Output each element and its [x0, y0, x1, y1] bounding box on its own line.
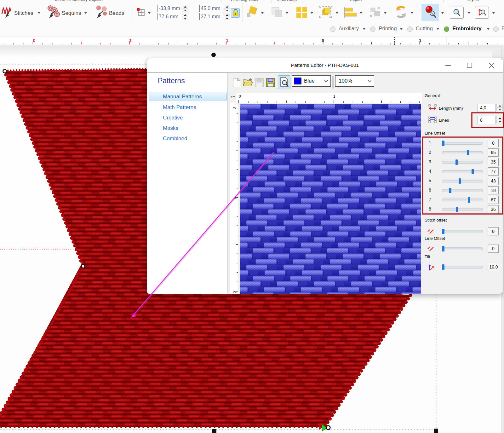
svg-text:1: 1 [233, 198, 237, 200]
svg-text:0: 0 [232, 107, 237, 109]
svg-text:2: 2 [129, 38, 131, 43]
svg-text:0: 0 [239, 94, 241, 99]
svg-text:1: 1 [226, 38, 228, 43]
svg-text:0: 0 [322, 38, 324, 43]
svg-text:1: 1 [419, 38, 421, 43]
svg-text:2: 2 [233, 291, 237, 293]
svg-text:1: 1 [333, 94, 335, 99]
svg-text:3: 3 [32, 38, 35, 43]
